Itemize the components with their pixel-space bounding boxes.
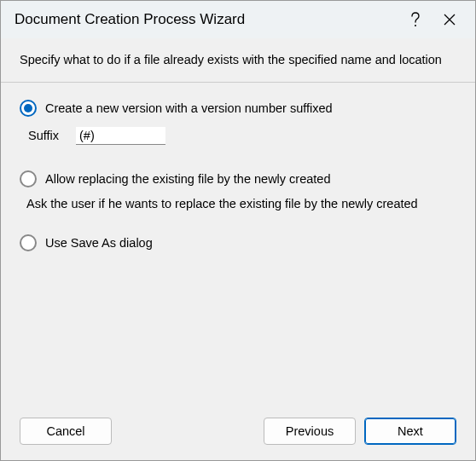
radio-create-version[interactable]: [20, 100, 37, 117]
help-button[interactable]: [398, 3, 432, 37]
wizard-dialog: Document Creation Process Wizard Specify…: [0, 0, 476, 461]
header-section: Specify what to do if a file already exi…: [1, 38, 475, 83]
svg-point-0: [415, 25, 416, 26]
titlebar: Document Creation Process Wizard: [1, 1, 475, 38]
header-text: Specify what to do if a file already exi…: [20, 52, 456, 68]
option-label: Use Save As dialog: [45, 236, 153, 250]
content-area: Create a new version with a version numb…: [1, 83, 475, 407]
option-save-as[interactable]: Use Save As dialog: [20, 234, 456, 251]
close-button[interactable]: [432, 3, 467, 37]
option-allow-replace[interactable]: Allow replacing the existing file by the…: [20, 170, 456, 187]
radio-allow-replace[interactable]: [20, 170, 37, 187]
option-label: Allow replacing the existing file by the…: [45, 172, 330, 186]
suffix-row: Suffix: [28, 127, 456, 145]
footer: Cancel Previous Next: [1, 407, 475, 460]
previous-button[interactable]: Previous: [264, 418, 356, 445]
spacer: [120, 418, 255, 445]
radio-save-as[interactable]: [20, 234, 37, 251]
replace-sub-text: Ask the user if he wants to replace the …: [26, 196, 456, 212]
option-label: Create a new version with a version numb…: [45, 101, 333, 115]
help-icon: [410, 12, 421, 27]
dialog-title: Document Creation Process Wizard: [15, 11, 398, 28]
option-create-version[interactable]: Create a new version with a version numb…: [20, 100, 456, 117]
next-button[interactable]: Next: [364, 418, 456, 445]
cancel-button[interactable]: Cancel: [20, 418, 112, 445]
suffix-label: Suffix: [28, 129, 59, 142]
close-icon: [444, 14, 456, 26]
suffix-input[interactable]: [76, 127, 165, 145]
